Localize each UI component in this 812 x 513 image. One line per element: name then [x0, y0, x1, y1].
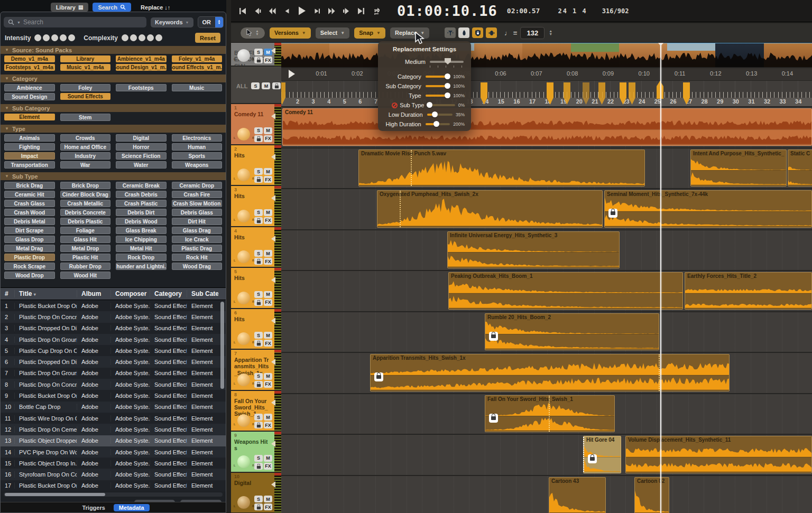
- section-header-type[interactable]: ▼Type: [1, 125, 226, 133]
- filter-button[interactable]: Foliage: [60, 227, 111, 234]
- filter-button[interactable]: Metal Drop: [60, 245, 111, 252]
- filter-button[interactable]: Plastic Drop: [4, 254, 55, 261]
- filter-button[interactable]: Wood Drop: [4, 272, 55, 279]
- slider-track[interactable]: [428, 104, 455, 106]
- table-row[interactable]: 11Plastic Wire Drop On C...AdobeAdobe Sy…: [1, 413, 226, 424]
- solo-button[interactable]: S: [254, 332, 263, 339]
- filter-button[interactable]: Human: [172, 143, 223, 151]
- filter-button[interactable]: Wood Hit: [60, 272, 111, 279]
- track-header[interactable]: 8Fall On Your Sword_Hits_Swish_1LRSMFX: [231, 391, 281, 432]
- fx-button[interactable]: FX: [264, 176, 272, 183]
- solo-button[interactable]: S: [254, 168, 263, 175]
- filter-button[interactable]: Ice Chipping: [116, 236, 167, 243]
- filter-button[interactable]: Ambience: [4, 84, 55, 91]
- filter-button[interactable]: Crash Plastic: [116, 200, 167, 207]
- table-row[interactable]: 13Plastic Object Dropped...AdobeAdobe Sy…: [1, 435, 226, 446]
- filter-button[interactable]: Music_v1_m4a: [60, 64, 111, 71]
- solo-button[interactable]: S: [254, 414, 263, 421]
- clip-gain-button[interactable]: [458, 27, 469, 38]
- fx-button[interactable]: FX: [264, 135, 272, 142]
- filter-button[interactable]: Rock Scrape: [4, 263, 55, 270]
- all-mute-button[interactable]: M: [262, 82, 270, 89]
- intensity-dots[interactable]: [34, 34, 75, 41]
- fx-button[interactable]: FX: [264, 463, 272, 470]
- audio-clip[interactable]: Static Cond: [788, 150, 812, 187]
- time-ruler[interactable]: 0:010:020:030:040:050:060:070:080:090:10…: [281, 68, 812, 81]
- section-header-source[interactable]: ▼Source: Sound Packs: [1, 46, 226, 54]
- intensity-dot[interactable]: [34, 34, 41, 41]
- mute-button[interactable]: M: [264, 414, 272, 421]
- filter-button[interactable]: Digital: [116, 134, 167, 142]
- complexity-dot[interactable]: [130, 34, 137, 41]
- filter-button[interactable]: Sound Effects: [60, 93, 111, 100]
- audio-clip[interactable]: Earthly Forces_Hits_Title_2: [685, 272, 812, 310]
- complexity-dot[interactable]: [147, 34, 154, 41]
- filter-button[interactable]: Dirt Scrape: [4, 227, 55, 234]
- filter-button[interactable]: War: [60, 161, 111, 169]
- filter-button[interactable]: Crash Glass: [4, 200, 55, 207]
- ruler-play-cursor[interactable]: [290, 70, 296, 78]
- filter-button[interactable]: Footsteps_v1_m4a: [4, 64, 55, 71]
- track-header[interactable]: 7Apparition Transmits_Hits_Swish_1xLRSMF…: [231, 350, 281, 391]
- pan-knob[interactable]: [237, 49, 250, 62]
- filter-button[interactable]: Ceramic Hit: [4, 191, 55, 198]
- filter-button[interactable]: Ceramic Drop: [172, 182, 223, 189]
- column-header-subcateg[interactable]: Sub Categ: [187, 290, 218, 297]
- filter-button[interactable]: Debris Plastic: [60, 218, 111, 225]
- mute-button[interactable]: M: [264, 209, 272, 216]
- versions-dropdown[interactable]: Versions▼: [270, 27, 311, 39]
- lock-button[interactable]: [254, 463, 263, 470]
- fx-button[interactable]: FX: [264, 381, 272, 388]
- column-header-title[interactable]: Title ▾: [14, 290, 77, 297]
- filter-button[interactable]: Debris Glass: [172, 209, 223, 216]
- complexity-dots[interactable]: [122, 34, 162, 41]
- filter-button[interactable]: Home and Office: [60, 143, 111, 151]
- table-row[interactable]: 6Plastic Dropped On Dir...AdobeAdobe Sys…: [1, 356, 226, 367]
- lock-button[interactable]: [254, 503, 263, 510]
- slider-track[interactable]: [427, 114, 453, 116]
- filter-button[interactable]: Glass Drop: [4, 236, 55, 243]
- filter-button[interactable]: Glass Break: [116, 227, 167, 234]
- track-lane[interactable]: Oxygenated Pumphead_Hits_Swish_2xSeminal…: [281, 189, 812, 230]
- previous-marker-button[interactable]: [251, 4, 264, 18]
- lock-button[interactable]: [254, 258, 263, 265]
- meter-handle[interactable]: [271, 481, 275, 488]
- filter-button[interactable]: Brick Drop: [60, 182, 111, 189]
- track-header[interactable]: 10DigitalLRSMFX: [231, 473, 281, 513]
- lock-button[interactable]: [254, 340, 263, 347]
- table-row[interactable]: 2Plastic Drop On Concr...AdobeAdobe Syst…: [1, 311, 226, 322]
- mute-button[interactable]: M: [264, 168, 272, 175]
- filter-button[interactable]: Transportation: [4, 161, 55, 169]
- track-header[interactable]: 2HitsLRSMFX: [231, 145, 281, 186]
- tool-stepper[interactable]: ▲▼: [255, 30, 259, 36]
- panel-tab-replace[interactable]: Replace ↓↑: [135, 3, 176, 12]
- audio-clip[interactable]: Hit Gore 04: [583, 436, 621, 473]
- section-header-category[interactable]: ▼Category: [1, 74, 226, 82]
- track-header[interactable]: 6HitsLRSMFX: [231, 309, 281, 350]
- keywords-dropdown[interactable]: Keywords ▼: [151, 17, 193, 27]
- filter-button[interactable]: Debris Wood: [116, 218, 167, 225]
- pan-knob[interactable]: [237, 250, 250, 263]
- meter-handle[interactable]: [271, 236, 275, 242]
- slider-handle[interactable]: [445, 92, 450, 98]
- slider-handle[interactable]: [432, 111, 438, 117]
- audio-clip[interactable]: Rumble 20_Hits_Boom_2: [485, 313, 659, 351]
- pan-knob[interactable]: [237, 169, 250, 181]
- filter-button[interactable]: Debris Concrete: [60, 209, 111, 216]
- complexity-dot[interactable]: [122, 34, 128, 41]
- solo-button[interactable]: S: [254, 291, 263, 298]
- table-row[interactable]: 14PVC Pipe Drop On Woo...AdobeAdobe Syst…: [1, 446, 226, 458]
- complexity-dot[interactable]: [139, 34, 145, 41]
- filter-button[interactable]: Debris Dirt: [116, 209, 167, 216]
- meter-handle[interactable]: [271, 359, 275, 365]
- audio-clip[interactable]: Dramatic Movie Rise Punch 5.wav: [358, 150, 645, 187]
- mute-button[interactable]: M: [264, 373, 272, 380]
- track-lane[interactable]: Dramatic Movie Rise Punch 5.wavIntent An…: [281, 148, 812, 190]
- slider-handle[interactable]: [445, 73, 450, 79]
- table-row[interactable]: 8Plastic Drop On Concr...AdobeAdobe Syst…: [1, 379, 226, 390]
- slider-handle[interactable]: [433, 121, 439, 127]
- table-row[interactable]: 1Plastic Bucket Drop On...AdobeAdobe Sys…: [1, 300, 226, 311]
- playhead-line[interactable]: [660, 43, 661, 513]
- lock-button[interactable]: [254, 422, 263, 428]
- track-header[interactable]: BULLFIGHTER COMMERCIAL...LRSMFX: [231, 43, 281, 67]
